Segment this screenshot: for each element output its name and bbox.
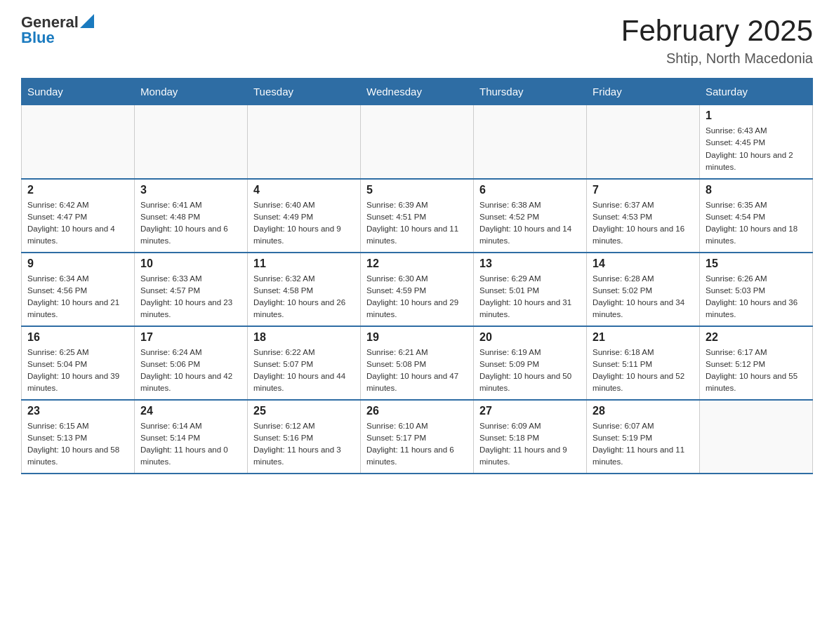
day-number: 6	[479, 184, 581, 196]
calendar-table: SundayMondayTuesdayWednesdayThursdayFrid…	[21, 78, 813, 474]
calendar-cell: 26Sunrise: 6:10 AMSunset: 5:17 PMDayligh…	[361, 400, 474, 474]
day-number: 5	[366, 184, 468, 196]
calendar-cell	[135, 105, 248, 179]
calendar-cell: 16Sunrise: 6:25 AMSunset: 5:04 PMDayligh…	[22, 326, 135, 400]
day-info: Sunrise: 6:28 AMSunset: 5:02 PMDaylight:…	[593, 273, 694, 321]
calendar-cell	[248, 105, 361, 179]
calendar-week-row: 16Sunrise: 6:25 AMSunset: 5:04 PMDayligh…	[22, 326, 813, 400]
calendar-week-row: 9Sunrise: 6:34 AMSunset: 4:56 PMDaylight…	[22, 253, 813, 326]
day-info: Sunrise: 6:22 AMSunset: 5:07 PMDaylight:…	[253, 347, 355, 395]
day-info: Sunrise: 6:38 AMSunset: 4:52 PMDaylight:…	[479, 199, 581, 248]
calendar-week-row: 23Sunrise: 6:15 AMSunset: 5:13 PMDayligh…	[22, 400, 813, 474]
svg-marker-0	[80, 14, 94, 28]
day-info: Sunrise: 6:39 AMSunset: 4:51 PMDaylight:…	[366, 199, 468, 248]
calendar-cell: 14Sunrise: 6:28 AMSunset: 5:02 PMDayligh…	[587, 253, 700, 326]
day-info: Sunrise: 6:09 AMSunset: 5:18 PMDaylight:…	[479, 420, 581, 469]
calendar-header-row: SundayMondayTuesdayWednesdayThursdayFrid…	[22, 79, 813, 105]
day-of-week-header: Wednesday	[361, 79, 474, 105]
day-info: Sunrise: 6:17 AMSunset: 5:12 PMDaylight:…	[706, 347, 807, 395]
day-number: 28	[593, 405, 694, 417]
calendar-cell: 22Sunrise: 6:17 AMSunset: 5:12 PMDayligh…	[700, 326, 813, 400]
day-info: Sunrise: 6:40 AMSunset: 4:49 PMDaylight:…	[253, 199, 355, 248]
calendar-cell: 28Sunrise: 6:07 AMSunset: 5:19 PMDayligh…	[587, 400, 700, 474]
calendar-cell: 15Sunrise: 6:26 AMSunset: 5:03 PMDayligh…	[700, 253, 813, 326]
title-section: February 2025 Shtip, North Macedonia	[621, 14, 813, 67]
calendar-cell: 20Sunrise: 6:19 AMSunset: 5:09 PMDayligh…	[474, 326, 587, 400]
month-title: February 2025	[621, 14, 813, 48]
day-info: Sunrise: 6:24 AMSunset: 5:06 PMDaylight:…	[140, 347, 241, 395]
day-number: 7	[593, 184, 694, 196]
day-info: Sunrise: 6:26 AMSunset: 5:03 PMDaylight:…	[706, 273, 807, 321]
day-info: Sunrise: 6:10 AMSunset: 5:17 PMDaylight:…	[366, 420, 468, 469]
page-header: General Blue February 2025 Shtip, North …	[21, 14, 813, 67]
calendar-cell: 10Sunrise: 6:33 AMSunset: 4:57 PMDayligh…	[135, 253, 248, 326]
logo: General Blue	[21, 14, 94, 46]
day-number: 9	[27, 257, 128, 270]
calendar-cell: 5Sunrise: 6:39 AMSunset: 4:51 PMDaylight…	[361, 179, 474, 253]
day-of-week-header: Saturday	[700, 79, 813, 105]
calendar-cell: 21Sunrise: 6:18 AMSunset: 5:11 PMDayligh…	[587, 326, 700, 400]
calendar-cell: 23Sunrise: 6:15 AMSunset: 5:13 PMDayligh…	[22, 400, 135, 474]
day-number: 15	[706, 257, 807, 270]
calendar-cell	[22, 105, 135, 179]
calendar-cell: 3Sunrise: 6:41 AMSunset: 4:48 PMDaylight…	[135, 179, 248, 253]
day-info: Sunrise: 6:18 AMSunset: 5:11 PMDaylight:…	[593, 347, 694, 395]
day-of-week-header: Thursday	[474, 79, 587, 105]
calendar-cell: 25Sunrise: 6:12 AMSunset: 5:16 PMDayligh…	[248, 400, 361, 474]
day-info: Sunrise: 6:43 AMSunset: 4:45 PMDaylight:…	[706, 125, 807, 173]
calendar-cell: 27Sunrise: 6:09 AMSunset: 5:18 PMDayligh…	[474, 400, 587, 474]
day-of-week-header: Tuesday	[248, 79, 361, 105]
day-number: 1	[706, 109, 807, 122]
day-info: Sunrise: 6:41 AMSunset: 4:48 PMDaylight:…	[140, 199, 241, 248]
calendar-cell: 17Sunrise: 6:24 AMSunset: 5:06 PMDayligh…	[135, 326, 248, 400]
calendar-cell: 24Sunrise: 6:14 AMSunset: 5:14 PMDayligh…	[135, 400, 248, 474]
logo-arrow-icon	[80, 14, 94, 28]
calendar-cell	[700, 400, 813, 474]
day-number: 25	[253, 405, 355, 417]
day-of-week-header: Friday	[587, 79, 700, 105]
day-number: 14	[593, 257, 694, 270]
calendar-cell	[361, 105, 474, 179]
calendar-cell: 9Sunrise: 6:34 AMSunset: 4:56 PMDaylight…	[22, 253, 135, 326]
day-number: 23	[27, 405, 128, 417]
calendar-week-row: 1Sunrise: 6:43 AMSunset: 4:45 PMDaylight…	[22, 105, 813, 179]
day-info: Sunrise: 6:21 AMSunset: 5:08 PMDaylight:…	[366, 347, 468, 395]
calendar-cell: 12Sunrise: 6:30 AMSunset: 4:59 PMDayligh…	[361, 253, 474, 326]
calendar-cell: 1Sunrise: 6:43 AMSunset: 4:45 PMDaylight…	[700, 105, 813, 179]
day-info: Sunrise: 6:42 AMSunset: 4:47 PMDaylight:…	[27, 199, 128, 248]
location: Shtip, North Macedonia	[621, 51, 813, 67]
day-of-week-header: Sunday	[22, 79, 135, 105]
day-info: Sunrise: 6:19 AMSunset: 5:09 PMDaylight:…	[479, 347, 581, 395]
day-info: Sunrise: 6:37 AMSunset: 4:53 PMDaylight:…	[593, 199, 694, 248]
calendar-cell: 13Sunrise: 6:29 AMSunset: 5:01 PMDayligh…	[474, 253, 587, 326]
logo-text-blue: Blue	[21, 29, 94, 46]
day-number: 2	[27, 184, 128, 196]
day-info: Sunrise: 6:14 AMSunset: 5:14 PMDaylight:…	[140, 420, 241, 469]
calendar-cell: 8Sunrise: 6:35 AMSunset: 4:54 PMDaylight…	[700, 179, 813, 253]
day-info: Sunrise: 6:12 AMSunset: 5:16 PMDaylight:…	[253, 420, 355, 469]
day-info: Sunrise: 6:25 AMSunset: 5:04 PMDaylight:…	[27, 347, 128, 395]
calendar-cell: 7Sunrise: 6:37 AMSunset: 4:53 PMDaylight…	[587, 179, 700, 253]
day-number: 8	[706, 184, 807, 196]
day-number: 18	[253, 331, 355, 344]
day-number: 22	[706, 331, 807, 344]
day-number: 17	[140, 331, 241, 344]
calendar-cell: 2Sunrise: 6:42 AMSunset: 4:47 PMDaylight…	[22, 179, 135, 253]
day-info: Sunrise: 6:32 AMSunset: 4:58 PMDaylight:…	[253, 273, 355, 321]
day-number: 26	[366, 405, 468, 417]
day-info: Sunrise: 6:34 AMSunset: 4:56 PMDaylight:…	[27, 273, 128, 321]
calendar-week-row: 2Sunrise: 6:42 AMSunset: 4:47 PMDaylight…	[22, 179, 813, 253]
day-number: 21	[593, 331, 694, 344]
day-number: 3	[140, 184, 241, 196]
day-number: 27	[479, 405, 581, 417]
day-of-week-header: Monday	[135, 79, 248, 105]
day-number: 24	[140, 405, 241, 417]
day-number: 12	[366, 257, 468, 270]
day-info: Sunrise: 6:33 AMSunset: 4:57 PMDaylight:…	[140, 273, 241, 321]
calendar-cell	[587, 105, 700, 179]
day-info: Sunrise: 6:30 AMSunset: 4:59 PMDaylight:…	[366, 273, 468, 321]
day-number: 16	[27, 331, 128, 344]
calendar-cell: 6Sunrise: 6:38 AMSunset: 4:52 PMDaylight…	[474, 179, 587, 253]
calendar-cell	[474, 105, 587, 179]
calendar-cell: 18Sunrise: 6:22 AMSunset: 5:07 PMDayligh…	[248, 326, 361, 400]
